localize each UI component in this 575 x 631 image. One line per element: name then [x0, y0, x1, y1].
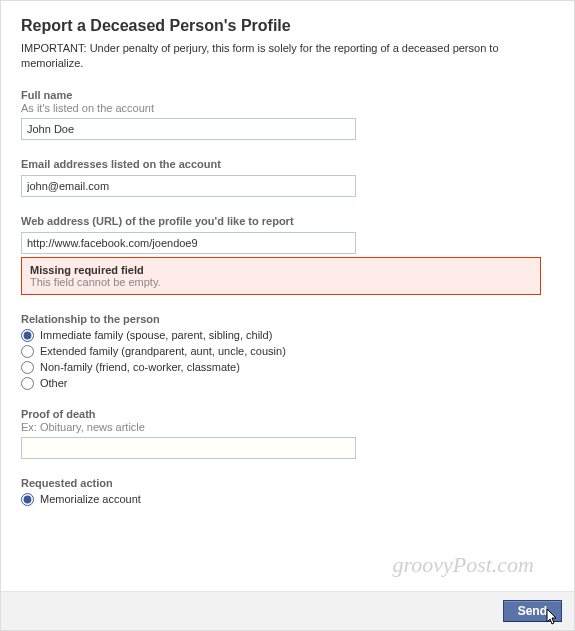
error-title: Missing required field — [30, 264, 532, 276]
requested-action-section: Requested action Memorialize account — [21, 477, 554, 506]
fullname-section: Full name As it's listed on the account — [21, 89, 554, 140]
url-input[interactable] — [21, 232, 356, 254]
email-label: Email addresses listed on the account — [21, 158, 554, 170]
relationship-option-extended[interactable]: Extended family (grandparent, aunt, uncl… — [21, 345, 554, 358]
relationship-radio-extended[interactable] — [21, 345, 34, 358]
requested-action-label: Requested action — [21, 477, 554, 489]
important-notice: IMPORTANT: Under penalty of perjury, thi… — [21, 41, 554, 71]
requested-action-option-memorialize[interactable]: Memorialize account — [21, 493, 554, 506]
relationship-option-other[interactable]: Other — [21, 377, 554, 390]
watermark: groovyPost.com — [392, 552, 534, 578]
relationship-text: Extended family (grandparent, aunt, uncl… — [40, 345, 286, 357]
proof-section: Proof of death Ex: Obituary, news articl… — [21, 408, 554, 459]
footer-bar: Send — [1, 591, 574, 630]
relationship-radio-immediate[interactable] — [21, 329, 34, 342]
proof-hint: Ex: Obituary, news article — [21, 421, 554, 433]
relationship-label: Relationship to the person — [21, 313, 554, 325]
relationship-text: Non-family (friend, co-worker, classmate… — [40, 361, 240, 373]
relationship-option-immediate[interactable]: Immediate family (spouse, parent, siblin… — [21, 329, 554, 342]
fullname-hint: As it's listed on the account — [21, 102, 554, 114]
url-section: Web address (URL) of the profile you'd l… — [21, 215, 554, 295]
proof-input[interactable] — [21, 437, 356, 459]
form-container: Report a Deceased Person's Profile IMPOR… — [1, 1, 574, 520]
error-message: This field cannot be empty. — [30, 276, 161, 288]
proof-label: Proof of death — [21, 408, 554, 420]
fullname-label: Full name — [21, 89, 554, 101]
url-label: Web address (URL) of the profile you'd l… — [21, 215, 554, 227]
relationship-radio-other[interactable] — [21, 377, 34, 390]
relationship-option-nonfamily[interactable]: Non-family (friend, co-worker, classmate… — [21, 361, 554, 374]
relationship-text: Immediate family (spouse, parent, siblin… — [40, 329, 272, 341]
relationship-text: Other — [40, 377, 68, 389]
relationship-radio-nonfamily[interactable] — [21, 361, 34, 374]
page-title: Report a Deceased Person's Profile — [21, 17, 554, 35]
error-box: Missing required field This field cannot… — [21, 257, 541, 295]
email-section: Email addresses listed on the account — [21, 158, 554, 197]
send-button[interactable]: Send — [503, 600, 562, 622]
requested-action-text: Memorialize account — [40, 493, 141, 505]
fullname-input[interactable] — [21, 118, 356, 140]
requested-action-radio-memorialize[interactable] — [21, 493, 34, 506]
email-input[interactable] — [21, 175, 356, 197]
relationship-section: Relationship to the person Immediate fam… — [21, 313, 554, 390]
